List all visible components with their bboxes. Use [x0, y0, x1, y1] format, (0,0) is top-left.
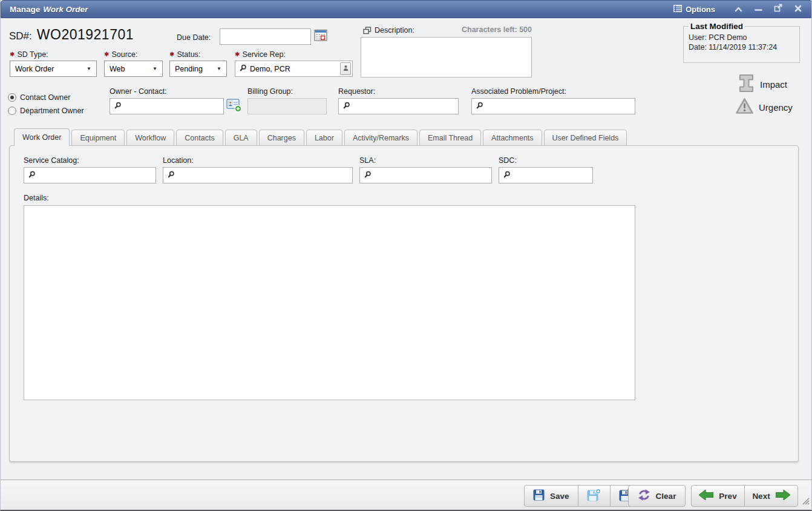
chevron-up-icon: [735, 4, 742, 15]
requestor-field[interactable]: [338, 98, 459, 114]
calendar-icon: [314, 28, 327, 44]
service-rep-input[interactable]: [247, 61, 340, 76]
prev-button[interactable]: Prev: [691, 485, 745, 507]
resize-grip-icon[interactable]: [801, 496, 810, 507]
service-rep-label: ✱Service Rep:: [235, 50, 286, 59]
owner-mode-radio-group: Contact Owner Department Owner: [8, 91, 84, 117]
urgency-label: Urgency: [759, 102, 793, 113]
person-icon: [343, 64, 349, 73]
due-date-input[interactable]: [220, 28, 311, 45]
tab-equipment[interactable]: Equipment: [71, 130, 125, 146]
characters-left-counter: Characters left: 500: [361, 25, 532, 34]
status-value: Pending: [175, 65, 203, 73]
window-title-emphasis: Work Order: [43, 5, 88, 14]
sdc-field[interactable]: [499, 167, 593, 183]
tab-workflow[interactable]: Workflow: [126, 130, 174, 146]
radio-button-icon: [8, 107, 16, 115]
tab-contacts[interactable]: Contacts: [176, 130, 223, 146]
block-letter-i-icon: [738, 74, 755, 95]
save-and-new-button[interactable]: [578, 485, 611, 507]
sla-input[interactable]: [372, 168, 491, 183]
sdc-input[interactable]: [511, 168, 592, 183]
sd-number-row: SD#: WO201921701: [9, 27, 134, 43]
x-icon: [794, 4, 802, 15]
options-button[interactable]: Options: [673, 5, 715, 14]
magnifier-icon: [364, 170, 372, 181]
service-catalog-input[interactable]: [36, 168, 156, 183]
contact-card-plus-icon: [226, 97, 242, 115]
titlebar[interactable]: ManageWork Order Options: [1, 0, 812, 18]
service-catalog-field[interactable]: [24, 167, 156, 183]
impact-label: Impact: [760, 79, 787, 90]
sla-field[interactable]: [359, 167, 492, 183]
sd-number-value: WO201921701: [37, 27, 134, 43]
location-input[interactable]: [175, 168, 352, 183]
details-textarea[interactable]: [24, 205, 635, 400]
next-button-label: Next: [752, 492, 770, 501]
magnifier-icon: [114, 101, 122, 112]
warning-triangle-icon: [735, 97, 754, 117]
tab-attachments[interactable]: Attachments: [483, 130, 542, 146]
sla-label: SLA:: [359, 156, 376, 165]
description-textarea[interactable]: [361, 37, 532, 77]
source-value: Web: [110, 65, 125, 73]
chevron-down-icon: ▼: [217, 66, 221, 71]
service-rep-field[interactable]: [235, 61, 353, 77]
associated-problem-project-label: Associated Problem/Project:: [471, 87, 566, 96]
source-select[interactable]: Web▼: [104, 61, 163, 77]
tab-bar: Work Order Equipment Workflow Contacts G…: [14, 128, 629, 146]
tab-labor[interactable]: Labor: [306, 130, 342, 146]
details-label: Details:: [24, 194, 49, 202]
minimize-button[interactable]: [753, 4, 764, 15]
radio-department-owner[interactable]: Department Owner: [8, 104, 84, 117]
urgency-indicator[interactable]: Urgency: [735, 97, 793, 117]
close-button[interactable]: [793, 4, 804, 15]
radio-contact-owner[interactable]: Contact Owner: [8, 91, 84, 104]
floppy-disk-icon: [533, 489, 545, 503]
impact-indicator[interactable]: Impact: [738, 74, 787, 95]
status-label: ✱Status:: [169, 50, 200, 59]
contact-owner-label: Contact Owner: [20, 93, 70, 102]
tab-email-thread[interactable]: Email Thread: [419, 130, 481, 146]
department-owner-label: Department Owner: [20, 107, 84, 115]
tab-work-order[interactable]: Work Order: [14, 128, 70, 146]
tab-charges[interactable]: Charges: [259, 130, 304, 146]
sd-type-select[interactable]: Work Order▼: [10, 61, 97, 77]
owner-contact-field[interactable]: [110, 98, 224, 114]
window-title-prefix: Manage: [10, 5, 40, 14]
add-contact-button[interactable]: [226, 99, 242, 114]
chevron-down-icon: ▼: [87, 66, 91, 71]
status-select[interactable]: Pending▼: [169, 61, 227, 77]
associated-problem-project-field[interactable]: [471, 98, 635, 114]
owner-contact-input[interactable]: [122, 99, 223, 114]
save-button-label: Save: [550, 492, 569, 501]
arrow-right-icon: [776, 490, 790, 502]
last-modified-legend: Last Modified: [689, 22, 745, 31]
last-modified-user: User: PCR Demo: [689, 33, 794, 42]
popout-button[interactable]: [773, 4, 784, 15]
required-marker: ✱: [235, 51, 240, 58]
collapse-button[interactable]: [733, 4, 744, 15]
source-label: ✱Source:: [104, 50, 137, 59]
due-date-calendar-button[interactable]: [313, 29, 327, 43]
requestor-input[interactable]: [350, 99, 458, 114]
billing-group-input: [247, 98, 327, 114]
floppy-disk-plus-icon: [587, 489, 601, 503]
due-date-label: Due Date:: [177, 33, 211, 42]
tab-user-defined-fields[interactable]: User Defined Fields: [544, 130, 627, 146]
prev-next-button-group: Prev Next: [691, 485, 798, 507]
clear-button[interactable]: Clear: [628, 485, 686, 507]
service-rep-contact-button[interactable]: [340, 62, 351, 75]
tab-activity-remarks[interactable]: Activity/Remarks: [344, 130, 417, 146]
associated-problem-project-input[interactable]: [483, 99, 635, 114]
save-button[interactable]: Save: [524, 485, 578, 507]
magnifier-icon: [167, 170, 175, 181]
refresh-arrows-icon: [638, 489, 650, 503]
tab-gla[interactable]: GLA: [225, 130, 257, 146]
magnifier-icon: [476, 101, 483, 112]
next-button[interactable]: Next: [744, 485, 798, 507]
sdc-label: SDC:: [499, 156, 517, 165]
magnifier-icon: [503, 170, 511, 181]
magnifier-icon: [239, 64, 247, 74]
location-field[interactable]: [163, 167, 353, 183]
